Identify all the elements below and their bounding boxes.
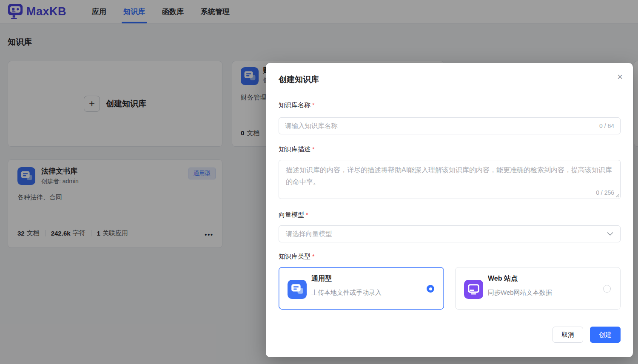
name-input-box: 0 / 64	[279, 117, 621, 134]
type-option-title: 通用型	[311, 274, 332, 283]
create-kb-dialog: 创建知识库 × 知识库名称* 0 / 64 知识库描述* 0 / 256 向量模…	[266, 63, 633, 357]
model-field-label: 向量模型*	[279, 211, 308, 219]
resize-handle[interactable]	[615, 193, 619, 197]
web-site-icon	[464, 280, 483, 299]
dialog-title: 创建知识库	[279, 74, 319, 85]
type-option-title: Web 站点	[488, 274, 518, 283]
name-field-label: 知识库名称*	[279, 101, 314, 109]
type-option-desc: 同步Web网站文本数据	[488, 289, 552, 297]
required-mark: *	[312, 253, 314, 260]
kb-description-textarea[interactable]	[279, 160, 620, 190]
chevron-down-icon	[607, 232, 613, 236]
required-mark: *	[306, 211, 308, 218]
dialog-footer: 取消 创建	[553, 327, 621, 343]
radio-unselected-icon[interactable]	[603, 285, 611, 293]
type-option-desc: 上传本地文件或手动录入	[311, 289, 382, 297]
desc-char-counter: 0 / 256	[596, 189, 614, 196]
general-kb-icon	[288, 280, 307, 299]
name-char-counter: 0 / 64	[599, 122, 620, 129]
vector-model-select[interactable]: 请选择向量模型	[279, 225, 621, 242]
required-mark: *	[312, 102, 314, 108]
create-button[interactable]: 创建	[590, 327, 621, 343]
app-root: MaxKB 应用 知识库 函数库 系统管理 知识库 + 创建知识库 财 创 财务…	[0, 0, 638, 364]
desc-textarea-box: 0 / 256	[279, 160, 621, 199]
type-field-label: 知识库类型*	[279, 253, 314, 261]
type-option-general[interactable]: 通用型 上传本地文件或手动录入	[279, 267, 444, 310]
type-option-web[interactable]: Web 站点 同步Web网站文本数据	[455, 267, 621, 310]
kb-name-input[interactable]	[279, 122, 599, 130]
close-icon[interactable]: ×	[615, 71, 624, 83]
select-placeholder: 请选择向量模型	[286, 230, 607, 239]
required-mark: *	[312, 146, 314, 153]
desc-field-label: 知识库描述*	[279, 145, 314, 154]
radio-selected-icon[interactable]	[427, 285, 434, 293]
cancel-button[interactable]: 取消	[553, 327, 583, 343]
